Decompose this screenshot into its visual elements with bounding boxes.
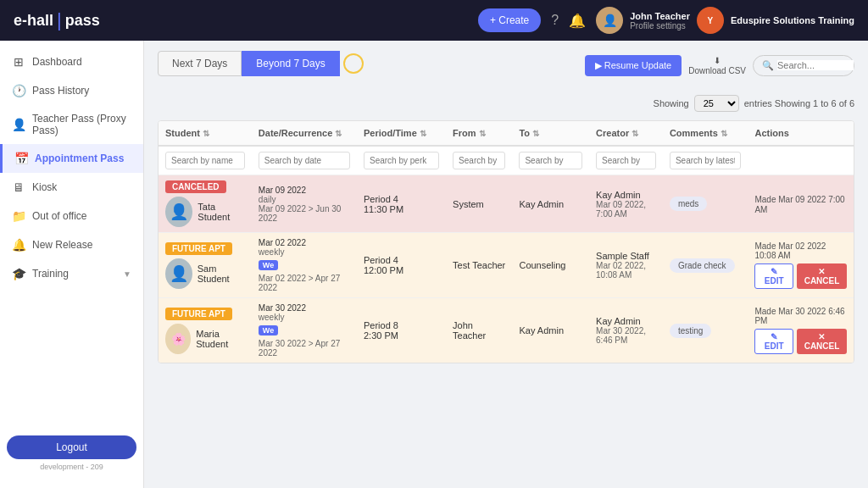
cell-date-2: Mar 02 2022 weekly We Mar 02 2022 > Apr … — [252, 233, 357, 298]
sort-icon-to: ⇅ — [532, 129, 539, 138]
creator-year-val-1: 2022, — [625, 200, 646, 209]
sidebar-item-out-of-office[interactable]: 📁 Out of office — [0, 202, 143, 230]
col-student[interactable]: Student ⇅ — [159, 121, 252, 146]
layout: ⊞ Dashboard 🕐 Pass History 👤 Teacher Pas… — [0, 41, 868, 488]
topbar: e-hall|pass + Create ? 🔔 👤 John Teacher … — [0, 0, 868, 41]
date-1: Mar 09 2022 — [259, 186, 350, 195]
cell-comment-3: testing — [663, 298, 748, 363]
sidebar-bottom: Logout development - 209 — [0, 429, 143, 481]
comment-tag-2: Grade check — [670, 258, 735, 273]
sidebar-label-new-release: New Release — [32, 239, 92, 251]
logout-button[interactable]: Logout — [7, 435, 136, 459]
sidebar-item-kiosk[interactable]: 🖥 Kiosk — [0, 173, 143, 202]
period-2: Period 4 — [364, 255, 439, 265]
search-date-input[interactable] — [259, 152, 350, 169]
col-comments[interactable]: Comments ⇅ — [663, 121, 748, 146]
date-2: Mar 02 2022 — [259, 238, 350, 247]
date-range-1: Mar 09 2022 > Jun 30 2022 — [259, 204, 350, 223]
create-button[interactable]: + Create — [478, 8, 541, 32]
cell-from-3: John Teacher — [446, 298, 512, 363]
user-subtitle: Profile settings — [630, 21, 690, 30]
help-icon[interactable]: ? — [551, 13, 559, 28]
user-info: John Teacher Profile settings — [630, 11, 690, 30]
download-label: Download CSV — [688, 66, 746, 75]
sidebar-item-training[interactable]: 🎓 Training ▼ — [0, 259, 143, 288]
recur-3: weekly — [259, 313, 350, 322]
creator-time-val-2: 10:08 AM — [596, 270, 632, 280]
action-text-2: Made Mar 02 2022 10:08 AM — [754, 241, 847, 260]
search-comments-input[interactable] — [670, 152, 742, 169]
history-icon: 🕐 — [12, 84, 25, 97]
appointment-icon: 📅 — [14, 152, 28, 165]
edit-button-2[interactable]: ✎ EDIT — [754, 263, 793, 289]
sidebar-item-dashboard[interactable]: ⊞ Dashboard — [0, 47, 143, 76]
sidebar-item-teacher-pass[interactable]: 👤 Teacher Pass (Proxy Pass) — [0, 105, 143, 144]
sort-icon-period: ⇅ — [420, 129, 426, 138]
bell-icon[interactable]: 🔔 — [569, 13, 586, 29]
search-to-input[interactable] — [519, 152, 582, 169]
data-table: Student ⇅ Date/Recurrence ⇅ Period/Time … — [158, 120, 854, 363]
sort-icon-comments: ⇅ — [721, 129, 727, 138]
cancel-button-3[interactable]: ✕ CANCEL — [797, 329, 847, 354]
edit-button-3[interactable]: ✎ EDIT — [754, 329, 793, 354]
org-info: Eduspire Solutions Training — [731, 15, 854, 25]
search-from-input[interactable] — [453, 152, 505, 169]
creator-year-val-2: 2022, — [625, 261, 646, 270]
sidebar-item-pass-history[interactable]: 🕐 Pass History — [0, 76, 143, 105]
status-badge-canceled: CANCELED — [165, 180, 226, 193]
entries-range-label: entries Showing 1 to 6 of 6 — [744, 98, 854, 108]
creator-name-3: Kay Admin — [596, 316, 656, 326]
org-name: Eduspire Solutions Training — [731, 15, 854, 25]
col-creator[interactable]: Creator ⇅ — [589, 121, 663, 146]
comment-tag-1: meds — [670, 197, 707, 211]
download-icon: ⬇ — [714, 56, 721, 65]
col-period[interactable]: Period/Time ⇅ — [357, 121, 446, 146]
download-csv-button[interactable]: ⬇ Download CSV — [688, 56, 746, 75]
col-date[interactable]: Date/Recurrence ⇅ — [252, 121, 357, 146]
cell-creator-2: Sample Staff Mar 02 2022, 10:08 AM — [589, 233, 663, 298]
resume-update-button[interactable]: ▶ Resume Update — [585, 55, 682, 76]
sidebar-label-pass-history: Pass History — [32, 85, 89, 97]
col-from[interactable]: From ⇅ — [446, 121, 512, 146]
table-row: FUTURE APT 👤 Sam Student Mar 02 2022 wee… — [159, 233, 854, 298]
search-input[interactable] — [777, 60, 854, 70]
date-range-3: Mar 30 2022 > Apr 27 2022 — [259, 339, 350, 358]
cell-actions-3: Made Mar 30 2022 6:46 PM ✎ EDIT ✕ CANCEL — [748, 298, 854, 363]
sidebar-item-appointment-pass[interactable]: 📅 Appointment Pass — [0, 144, 143, 173]
cell-comment-2: Grade check — [663, 233, 748, 298]
col-actions: Actions — [748, 121, 854, 146]
date-range-2: Mar 02 2022 > Apr 27 2022 — [259, 274, 350, 292]
search-student-input[interactable] — [165, 152, 245, 169]
cancel-button-2[interactable]: ✕ CANCEL — [797, 263, 847, 289]
dashboard-icon: ⊞ — [12, 55, 25, 69]
cell-actions-2: Made Mar 02 2022 10:08 AM ✎ EDIT ✕ CANCE… — [748, 233, 854, 298]
student-avatar-2: 👤 — [165, 258, 192, 289]
sort-icon-student: ⇅ — [203, 129, 209, 138]
cell-student-2: FUTURE APT 👤 Sam Student — [159, 233, 252, 298]
user-name: John Teacher — [630, 11, 690, 21]
cell-student-3: FUTURE APT 🌸 Maria Student — [159, 298, 252, 363]
tab-beyond7[interactable]: Beyond 7 Days — [242, 51, 339, 76]
search-creator-input[interactable] — [596, 152, 656, 169]
cell-creator-3: Kay Admin Mar 30 2022, 6:46 PM — [589, 298, 663, 363]
cell-comment-1: meds — [663, 175, 748, 233]
cell-student-1: CANCELED 👤 Tata Student — [159, 175, 252, 233]
period-1: Period 4 — [364, 194, 439, 204]
office-icon: 📁 — [12, 209, 25, 223]
date-3: Mar 30 2022 — [259, 303, 350, 313]
tabs-actions-row: Next 7 Days Beyond 7 Days ▶ Resume Updat… — [158, 51, 854, 86]
profile-area: 👤 John Teacher Profile settings Y Eduspi… — [596, 7, 854, 34]
entries-per-page-select[interactable]: 25 50 100 — [694, 95, 739, 112]
creator-time-val-3: 6:46 PM — [596, 336, 627, 345]
sort-icon-from: ⇅ — [479, 129, 486, 138]
training-label-wrap: 🎓 Training — [12, 267, 69, 280]
sidebar-item-new-release[interactable]: 🔔 New Release — [0, 230, 143, 259]
student-avatar-1: 👤 — [165, 197, 192, 227]
tabs: Next 7 Days Beyond 7 Days — [158, 51, 364, 76]
col-to[interactable]: To ⇅ — [512, 121, 589, 146]
cell-actions-1: Made Mar 09 2022 7:00 AM — [748, 175, 854, 233]
sort-icon-date: ⇅ — [335, 129, 342, 138]
we-badge-3: We — [259, 325, 278, 336]
search-period-input[interactable] — [364, 152, 439, 169]
tab-next7[interactable]: Next 7 Days — [158, 51, 242, 76]
